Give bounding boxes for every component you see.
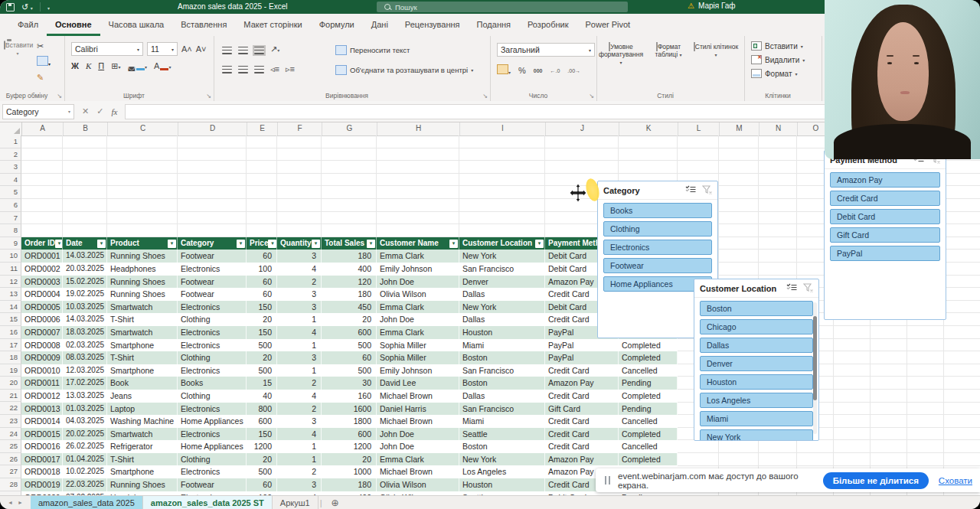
cell[interactable]: 500 [247,465,277,478]
clear-filter-icon[interactable] [803,283,813,294]
cell[interactable]: ORD0008 [21,339,63,352]
cell[interactable]: Boston [459,377,545,390]
cell[interactable]: T-Shirt [107,351,178,364]
cell[interactable]: ORD0007 [21,326,63,339]
filter-dropdown-icon[interactable]: ▼ [237,240,245,248]
cell[interactable]: PayPal [545,339,619,352]
cell[interactable]: Daniel Harris [377,403,459,416]
cell[interactable]: Footwear [178,250,247,263]
cell[interactable]: 1 [277,313,322,326]
row-header-19[interactable]: 19 [0,364,21,377]
cell[interactable]: Smartwatch [107,301,178,314]
align-bottom-icon[interactable] [254,47,264,54]
font-color-button[interactable]: A▾ [154,61,171,70]
cell[interactable]: 500 [247,339,277,352]
cell[interactable]: Credit Card [545,364,619,377]
slicer-item-paypal[interactable]: PayPal [830,246,940,261]
filter-dropdown-icon[interactable]: ▼ [312,240,320,248]
cell[interactable]: 4 [277,428,322,441]
align-middle-icon[interactable] [238,47,248,54]
cell[interactable]: Houston [459,478,545,491]
font-name-select[interactable]: Calibri▾ [71,42,143,56]
cell[interactable]: 60 [247,478,277,491]
cell[interactable]: ORD0003 [21,276,63,289]
cell[interactable]: 3 [277,351,322,364]
cell[interactable]: 2 [277,377,322,390]
cell[interactable]: John Doe [377,428,459,441]
cell[interactable]: 20.02.2025 [63,428,107,441]
increase-decimal-button[interactable]: ←.0 [550,68,560,73]
fill-color-button[interactable]: ◛▾ [127,61,147,70]
cell[interactable]: Footwear [178,288,247,301]
row-header-6[interactable]: 6 [0,199,21,212]
cell[interactable]: New York [459,453,545,466]
cell[interactable]: Emma Clark [377,250,459,263]
cell[interactable]: 12.03.2025 [63,364,107,377]
cell[interactable]: 1800 [322,415,377,428]
insert-function-icon[interactable]: fx [111,107,117,116]
row-header-5[interactable]: 5 [0,186,21,199]
enter-icon[interactable]: ✓ [96,106,103,116]
cell[interactable]: 4 [277,390,322,403]
cell[interactable]: 1200 [247,440,277,453]
cell[interactable]: Emma Clark [377,301,459,314]
cell[interactable]: Running Shoes [107,250,178,263]
align-center-icon[interactable] [238,66,248,73]
row-header-12[interactable]: 12 [0,276,21,289]
cell[interactable]: Michael Brown [377,390,459,403]
column-header-L[interactable]: L [678,122,720,135]
cell[interactable]: Boston [459,440,545,453]
cell[interactable]: Smartphone [107,364,178,377]
borders-button[interactable]: ⊞▾ [111,61,120,70]
cell[interactable]: 600 [322,326,377,339]
cell[interactable]: 450 [322,301,377,314]
cell[interactable]: Books [178,377,247,390]
slicer-item-chicago[interactable]: Chicago [700,319,813,334]
cell-status[interactable]: Completed [619,351,678,364]
slicer-item-books[interactable]: Books [603,203,712,218]
cell[interactable]: Electronics [178,428,247,441]
cell[interactable]: Running Shoes [107,478,178,491]
cell[interactable]: Michael Brown [377,415,459,428]
cell[interactable]: Refrigerator [107,440,178,453]
menu-tab-8[interactable]: Подання [469,14,519,36]
cell[interactable]: 15.02.2025 [63,276,107,289]
cell[interactable]: ORD0005 [21,301,63,314]
row-header-11[interactable]: 11 [0,263,21,276]
cell[interactable]: Miami [459,339,545,352]
column-header-I[interactable]: I [460,122,546,135]
menu-tab-5[interactable]: Формули [311,14,363,36]
column-header-J[interactable]: J [546,122,619,135]
cell[interactable]: 20 [247,351,277,364]
align-left-icon[interactable] [222,66,232,73]
cell[interactable]: 1000 [322,465,377,478]
row-header-1[interactable]: 1 [0,135,21,148]
cell[interactable]: Credit Card [545,390,619,403]
cell[interactable]: Clothing [178,453,247,466]
accounting-format-button[interactable]: ▾ [497,64,511,77]
cell[interactable]: 600 [247,415,277,428]
dialog-launcher-icon[interactable]: ↘ [206,93,211,100]
slicer-item-gift-card[interactable]: Gift Card [830,227,940,243]
menu-tab-10[interactable]: Power Pivot [577,14,639,36]
menu-tab-0[interactable]: Файл [9,14,47,36]
filter-dropdown-icon[interactable]: ▼ [449,240,458,248]
comma-style-button[interactable]: 000 [534,68,543,73]
column-header-F[interactable]: F [278,122,322,135]
cell[interactable]: ORD0004 [21,288,63,301]
cell[interactable]: Laptop [107,403,178,416]
cell[interactable]: Running Shoes [107,276,178,289]
cell[interactable]: 30 [322,377,377,390]
cell[interactable]: Electronics [178,403,247,416]
cell[interactable]: 20 [322,313,377,326]
row-header-22[interactable]: 22 [0,402,21,415]
cell[interactable]: 04.03.2025 [63,415,107,428]
cell[interactable]: Credit Card [545,415,619,428]
format-cells-button[interactable]: Формат ▾ [745,67,822,80]
cut-icon[interactable]: ✂ [37,42,44,51]
slicer-item-footwear[interactable]: Footwear [603,258,712,273]
cell[interactable]: 1 [277,453,322,466]
cell[interactable]: Emily Johnson [377,364,459,377]
slicer-item-electronics[interactable]: Electronics [603,240,712,255]
cell[interactable]: Dallas [459,288,545,301]
